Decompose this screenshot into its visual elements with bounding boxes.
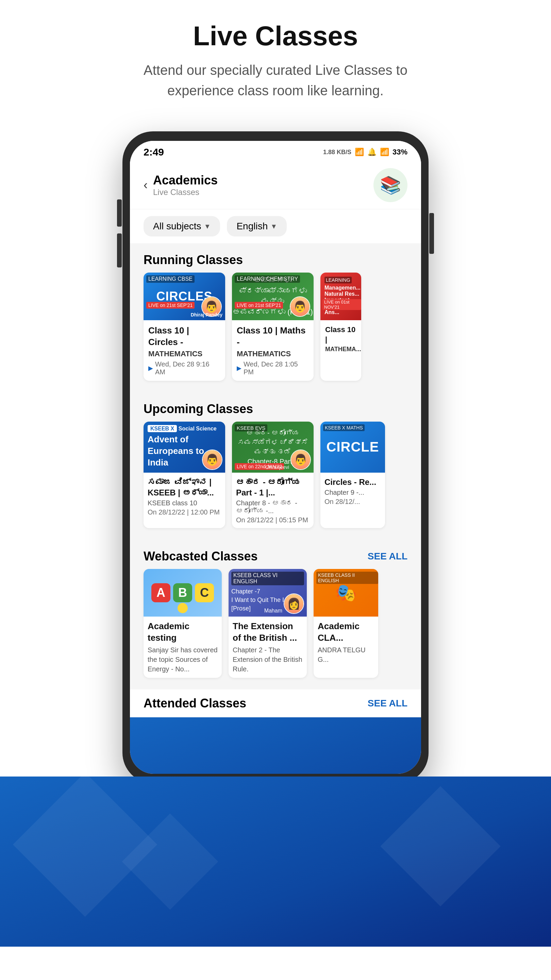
language-filter-btn[interactable]: English ▼ bbox=[227, 216, 287, 237]
upcoming-classes-header: Upcoming Classes bbox=[130, 392, 421, 422]
running-card-2-subject: MATHEMATICS bbox=[237, 350, 309, 358]
upcoming-card-2-sub: Chapter 8 - ಆಹಾರ - ಆರೋಗ್ಯ -... bbox=[236, 499, 310, 515]
upcoming-card-2-date: On 28/12/22 | 05:15 PM bbox=[236, 516, 310, 524]
upcoming-card-1-sub: KSEEB class 10 bbox=[148, 499, 221, 507]
webcast-card-1-desc: Sanjay Sir has covered the topic Sources… bbox=[148, 645, 218, 674]
upcoming-face-2: 👨 bbox=[291, 450, 310, 469]
teacher-face-2: 👨 bbox=[291, 297, 310, 316]
screen-top: 2:49 1.88 KB/S 📶 🔔 📶 33% ‹ bbox=[130, 141, 421, 243]
subject-type-1: Social Science bbox=[179, 426, 217, 431]
upcoming-circles-text: CIRCLE bbox=[327, 439, 379, 455]
diamond-3 bbox=[380, 786, 501, 907]
running-card-2-thumb: LEARNING CHEMISTRY ಅಮ್ಮಗಳುಪ್ರತ್ಯಾಮ್ನಾಯಗಳ… bbox=[232, 272, 314, 320]
upcoming-face-1: 👨 bbox=[203, 450, 222, 469]
running-card-2[interactable]: LEARNING CHEMISTRY ಅಮ್ಮಗಳುಪ್ರತ್ಯಾಮ್ನಾಯಗಳ… bbox=[232, 272, 314, 381]
running-card-1-date-text: Wed, Dec 28 9:16 AM bbox=[155, 360, 221, 376]
upcoming-card-3-body: Circles - Re... Chapter 9 -... On 28/12/… bbox=[321, 473, 385, 510]
kseeb-label-2: LEARNING CHEMISTRY bbox=[235, 275, 300, 283]
subject-filter-btn[interactable]: All subjects ▼ bbox=[143, 216, 220, 237]
page-blue-bg bbox=[0, 776, 551, 947]
language-filter-label: English bbox=[237, 221, 268, 232]
academics-icon: 📚 bbox=[373, 168, 408, 202]
attended-classes-title: Attended Classes bbox=[143, 696, 246, 711]
upcoming-kseeb-label-2: KSEEB EVS bbox=[235, 424, 267, 431]
webcasted-classes-section: Webcasted Classes SEE ALL A B C bbox=[130, 540, 421, 686]
live-date-1: LIVE on 21st SEP'21 bbox=[146, 302, 195, 309]
upcoming-avatar-1: 👨 bbox=[202, 450, 222, 470]
live-date-3: LIVE on 01st NOV'21 bbox=[322, 299, 361, 310]
webcast-card-2-body: The Extension of the British ... Chapter… bbox=[229, 617, 307, 678]
subject-filter-label: All subjects bbox=[153, 221, 202, 232]
diamond-1 bbox=[13, 776, 157, 917]
page-header: Live Classes Attend our specially curate… bbox=[0, 0, 551, 111]
running-card-1-subject: MATHEMATICS bbox=[148, 350, 221, 358]
running-card-1-date: ▶ Wed, Dec 28 9:16 AM bbox=[148, 360, 221, 376]
running-classes-title: Running Classes bbox=[143, 253, 243, 267]
subject-filter-arrow-icon: ▼ bbox=[204, 223, 211, 231]
upcoming-card-1-thumb: KSEEB X Social Science Advent of Europea… bbox=[143, 422, 225, 473]
live-date-2: LIVE on 21st SEP'21 bbox=[235, 302, 283, 309]
running-card-3-body: Class 10 | MATHEMA... bbox=[321, 320, 361, 358]
webcast-card-1[interactable]: A B C Academic testing Sanjay Sir has co… bbox=[143, 569, 222, 678]
vol-up-btn bbox=[117, 199, 122, 227]
screen-inner: 2:49 1.88 KB/S 📶 🔔 📶 33% ‹ bbox=[130, 141, 421, 774]
webcasted-classes-header: Webcasted Classes SEE ALL bbox=[130, 540, 421, 569]
kseeb-label-1: LEARNING CBSE bbox=[146, 275, 195, 283]
attended-classes-section: Attended Classes SEE ALL bbox=[130, 689, 421, 717]
phone-outer: 2:49 1.88 KB/S 📶 🔔 📶 33% ‹ bbox=[122, 131, 429, 783]
teacher-avatar-2: 👨 bbox=[290, 296, 310, 317]
language-filter-arrow-icon: ▼ bbox=[270, 223, 277, 231]
webcast-card-1-body: Academic testing Sanjay Sir has covered … bbox=[143, 617, 222, 678]
back-arrow-icon[interactable]: ‹ bbox=[143, 178, 148, 192]
power-btn bbox=[429, 213, 434, 254]
page-subtitle: Attend our specially curated Live Classe… bbox=[122, 60, 429, 101]
webcast-card-3-title: Academic CLA... bbox=[318, 620, 374, 644]
upcoming-card-3[interactable]: KSEEB X MATHS CIRCLE Circles - Re... Cha… bbox=[321, 422, 385, 528]
upcoming-card-1[interactable]: KSEEB X Social Science Advent of Europea… bbox=[143, 422, 225, 528]
screen-scroll[interactable]: Running Classes LEARNING CBSE CIRCLES LI… bbox=[130, 243, 421, 774]
webcasted-cards-row: A B C Academic testing Sanjay Sir has co… bbox=[130, 569, 421, 686]
running-cards-row: LEARNING CBSE CIRCLES LIVE on 21st SEP'2… bbox=[130, 272, 421, 389]
app-header-title: Academics bbox=[153, 173, 218, 188]
running-card-1-title: Class 10 | Circles - bbox=[148, 325, 221, 348]
webcast-card-2[interactable]: KSEEB CLASS VI ENGLISH Chapter -7I Want … bbox=[229, 569, 307, 678]
running-card-1[interactable]: LEARNING CBSE CIRCLES LIVE on 21st SEP'2… bbox=[143, 272, 225, 381]
status-time: 2:49 bbox=[143, 146, 164, 158]
webcast-card-3-desc: ANDRA TELGU G... bbox=[318, 645, 374, 664]
running-card-3-subject: MATHEMA... bbox=[325, 346, 356, 353]
signal-icon: 📶 bbox=[380, 148, 389, 156]
phone-mockup: 2:49 1.88 KB/S 📶 🔔 📶 33% ‹ bbox=[122, 131, 429, 783]
network-speed: 1.88 KB/S bbox=[323, 149, 351, 156]
bell-icon: 🔔 bbox=[367, 148, 376, 156]
upcoming-card-3-date: On 28/12/... bbox=[324, 498, 381, 506]
upcoming-card-1-title: ಸಮಾಜ ವಿಜ್ಞಾನ | KSEEB | ಅಧ್ಯಾ... bbox=[148, 477, 221, 498]
attended-see-all[interactable]: SEE ALL bbox=[368, 698, 408, 709]
play-icon-2: ▶ bbox=[237, 364, 241, 372]
running-card-3[interactable]: LEARNING Managemen...Natural Res...Impor… bbox=[321, 272, 361, 381]
abc-b-letter: B bbox=[173, 583, 192, 602]
running-card-2-title: Class 10 | Maths - bbox=[237, 325, 309, 348]
upcoming-card-2-title: ಆಹಾರ - ಆರೋಗ್ಯ Part - 1 |... bbox=[236, 477, 310, 498]
webcast-emoji-3: 🎭 bbox=[335, 583, 356, 603]
webcast-badge-3: KSEEB CLASS II ENGLISH bbox=[316, 572, 378, 584]
header-text: Academics Live Classes bbox=[153, 173, 218, 197]
upcoming-card-2[interactable]: KSEEB EVS ಆಹಾರ- ಆರೋಗ್ಯಸಮಸ್ಯೆಗಳ ಚಿಕಿತ್ಸೆ … bbox=[232, 422, 314, 528]
webcast-card-1-thumb: A B C bbox=[143, 569, 222, 617]
filter-bar: All subjects ▼ English ▼ bbox=[130, 209, 421, 243]
running-classes-section: Running Classes LEARNING CBSE CIRCLES LI… bbox=[130, 243, 421, 389]
running-card-1-body: Class 10 | Circles - MATHEMATICS ▶ Wed, … bbox=[143, 320, 225, 381]
running-card-2-body: Class 10 | Maths - MATHEMATICS ▶ Wed, De… bbox=[232, 320, 314, 381]
webcast-card-1-title: Academic testing bbox=[148, 620, 218, 644]
webcast-card-3[interactable]: KSEEB CLASS II ENGLISH 🎭 Academic CLA...… bbox=[314, 569, 378, 678]
phone-screen: 2:49 1.88 KB/S 📶 🔔 📶 33% ‹ bbox=[130, 141, 421, 774]
learning-label-3: LEARNING bbox=[324, 277, 352, 283]
upcoming-avatar-2: 👨 bbox=[291, 450, 311, 470]
app-header-subtitle: Live Classes bbox=[153, 188, 218, 197]
webcasted-see-all[interactable]: SEE ALL bbox=[368, 551, 408, 562]
webcast-face-2: 👩 bbox=[284, 594, 303, 613]
upcoming-card-1-body: ಸಮಾಜ ವಿಜ್ಞಾನ | KSEEB | ಅಧ್ಯಾ... KSEEB cl… bbox=[143, 473, 225, 520]
upcoming-cards-row: KSEEB X Social Science Advent of Europea… bbox=[130, 422, 421, 536]
upcoming-card-3-thumb: KSEEB X MATHS CIRCLE bbox=[321, 422, 385, 473]
abc-c-letter: C bbox=[195, 583, 214, 602]
running-card-2-date-text: Wed, Dec 28 1:05 PM bbox=[243, 360, 309, 376]
